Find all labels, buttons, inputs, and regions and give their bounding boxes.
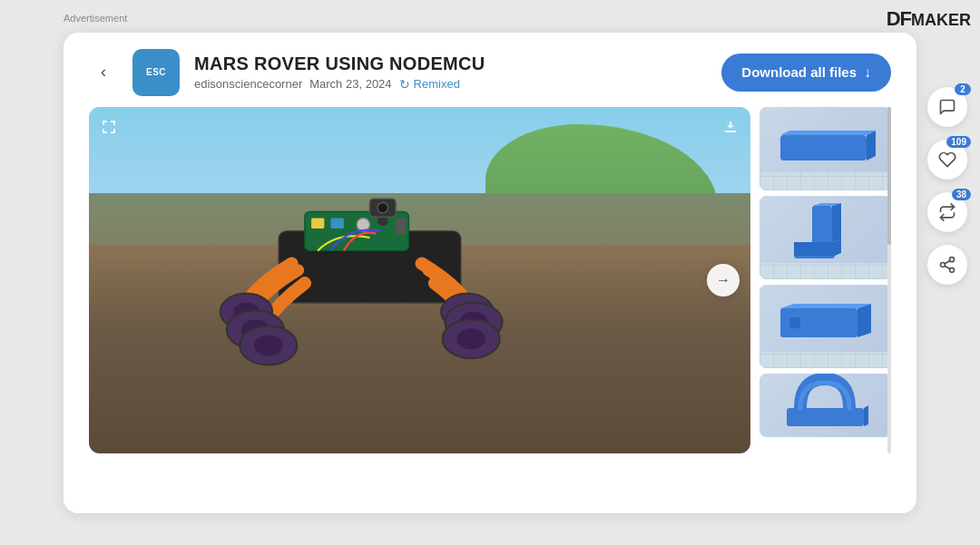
back-button[interactable]: ‹ [89,58,118,87]
download-arrow-icon: ↓ [864,64,871,81]
thumbnail-3[interactable] [760,285,891,368]
like-button[interactable]: 109 [927,140,967,180]
project-logo: ESC [132,49,180,96]
sidebar-actions: 2 109 38 [927,87,967,285]
next-icon: → [716,272,730,288]
main-container: DFMAKER Advertisement ‹ ESC MARS ROVER U… [0,0,980,545]
remix-count-badge: 38 [952,189,971,200]
main-image: → [89,107,750,453]
logo-suffix: MAKER [911,11,971,29]
remixed-label: Remixed [414,77,460,91]
svg-point-20 [457,328,486,349]
main-card: Advertisement ‹ ESC MARS ROVER USING NOD… [64,33,916,513]
project-meta: edisonsciencecorner March 23, 2024 ↻ Rem… [194,77,707,92]
thumbnail-4[interactable] [760,374,891,437]
svg-marker-30 [858,304,871,337]
expand-icon[interactable] [100,118,118,141]
next-button[interactable]: → [707,264,740,297]
svg-line-39 [945,260,950,263]
scroll-thumb[interactable] [887,107,891,246]
svg-rect-6 [396,219,406,234]
svg-line-38 [945,266,950,268]
scroll-bar[interactable] [887,107,891,453]
comment-button[interactable]: 2 [927,87,967,127]
svg-marker-22 [867,131,876,161]
logo-prefix: DF [887,7,911,30]
svg-rect-2 [311,219,324,229]
svg-rect-21 [780,135,867,161]
svg-marker-23 [780,131,876,135]
svg-rect-3 [331,219,344,229]
svg-marker-26 [832,203,841,242]
rover-image [188,153,552,391]
download-overlay-icon[interactable] [721,118,740,141]
download-btn-label: Download all files [741,64,857,80]
thumbnail-1[interactable] [760,107,891,190]
remixed-badge: ↻ Remixed [399,77,460,92]
author-name: edisonsciencecorner [194,77,302,91]
download-all-button[interactable]: Download all files ↓ [721,54,891,92]
site-logo: DFMAKER [887,7,971,31]
share-button[interactable] [927,245,967,285]
svg-point-18 [254,335,283,355]
project-title: MARS ROVER USING NODEMCU [194,54,707,74]
header: ‹ ESC MARS ROVER USING NODEMCU edisonsci… [64,33,916,107]
rover-scene: → [89,107,750,453]
remix-button[interactable]: 38 [927,192,967,232]
svg-marker-31 [780,304,871,308]
remixed-icon: ↻ [399,77,410,92]
thumbnails-panel [760,107,891,453]
advertisement-label: Advertisement [64,13,127,24]
svg-rect-32 [789,317,800,328]
svg-marker-34 [864,405,868,426]
content-area: → [64,107,916,470]
comment-count-badge: 2 [955,83,971,95]
thumbnail-2[interactable] [760,196,891,279]
like-count-badge: 109 [946,136,971,148]
svg-point-8 [377,202,387,212]
publish-date: March 23, 2024 [309,77,391,91]
project-info: MARS ROVER USING NODEMCU edisonscienceco… [194,54,707,92]
rover-svg [188,153,552,387]
